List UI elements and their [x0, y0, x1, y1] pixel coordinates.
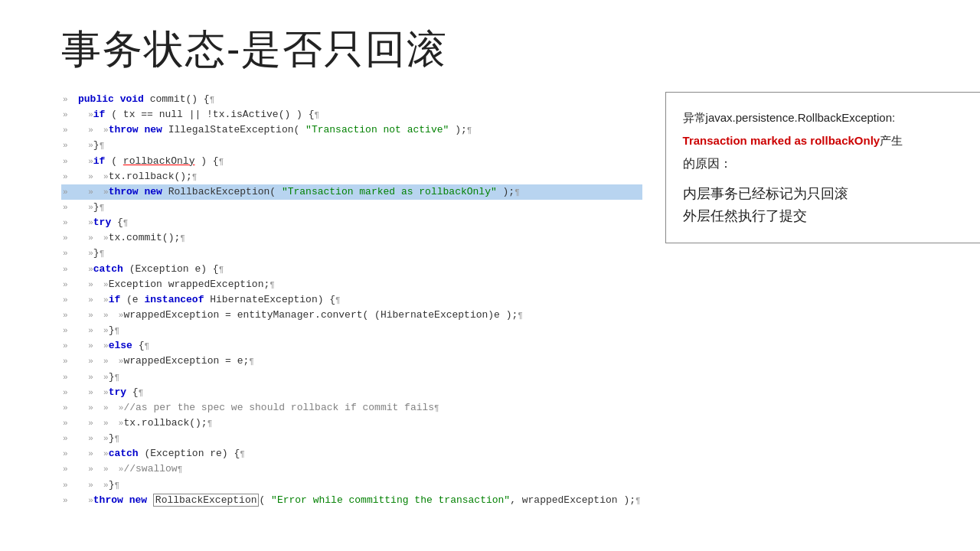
cause-line-1: 内层事务已经标记为只回滚: [683, 183, 980, 205]
code-line-9: » » try {¶: [61, 215, 642, 230]
code-line-24: » » » catch (Exception re) {¶: [61, 446, 642, 461]
code-line-23: » » » }¶: [61, 431, 642, 446]
page-title: 事务状态-是否只回滚: [0, 0, 980, 92]
code-line-22: » » » » tx.rollback();¶: [61, 416, 642, 431]
code-line-18: » » » » wrappedException = e;¶: [61, 354, 642, 369]
code-line-17: » » » else {¶: [61, 338, 642, 354]
code-line-1: » public void commit() {¶: [61, 92, 642, 107]
code-line-11: » » }¶: [61, 246, 642, 261]
code-line-3: » » » throw new IllegalStateException( "…: [61, 122, 642, 138]
code-line-19: » » » }¶: [61, 370, 642, 385]
cause-line-2: 外层任然执行了提交: [683, 205, 980, 227]
code-line-14: » » » if (e instanceof HibernateExceptio…: [61, 292, 642, 308]
code-line-12: » » catch (Exception e) {¶: [61, 262, 642, 277]
cause-title: 的原因：: [683, 153, 980, 174]
code-line-4: » » }¶: [61, 138, 642, 153]
code-line-10: » » » tx.commit();¶: [61, 230, 642, 246]
info-box: 异常javax.persistence.RollbackException: T…: [665, 92, 980, 243]
code-line-26: » » » }¶: [61, 478, 642, 493]
exception-highlight-line: Transaction marked as rollbackOnly产生: [683, 131, 980, 151]
code-line-21: » » » » //as per the spec we should roll…: [61, 400, 642, 416]
exception-prefix: 异常javax.persistence.RollbackException:: [683, 111, 896, 124]
code-line-5: » » if ( rollbackOnly ) {¶: [61, 154, 642, 169]
code-line-15: » » » » wrappedException = entityManager…: [61, 308, 642, 323]
exception-suffix: 产生: [880, 134, 903, 147]
code-line-7: » » » throw new RollbackException( "Tran…: [61, 184, 642, 200]
code-line-25: » » » » //swallow¶: [61, 461, 642, 477]
code-panel: » public void commit() {¶ » » if ( tx ==…: [61, 92, 642, 508]
exception-red-text: Transaction marked as rollbackOnly: [683, 134, 880, 147]
exception-title: 异常javax.persistence.RollbackException:: [683, 108, 980, 128]
code-line-13: » » » Exception wrappedException;¶: [61, 277, 642, 292]
code-line-16: » » » }¶: [61, 323, 642, 338]
cause-text: 内层事务已经标记为只回滚 外层任然执行了提交: [683, 183, 980, 227]
code-line-27: » » throw new RollbackException( "Error …: [61, 493, 642, 508]
code-line-6: » » » tx.rollback();¶: [61, 169, 642, 184]
code-line-20: » » » try {¶: [61, 385, 642, 400]
code-line-2: » » if ( tx == null || !tx.isActive() ) …: [61, 107, 642, 122]
code-line-8: » » }¶: [61, 200, 642, 215]
